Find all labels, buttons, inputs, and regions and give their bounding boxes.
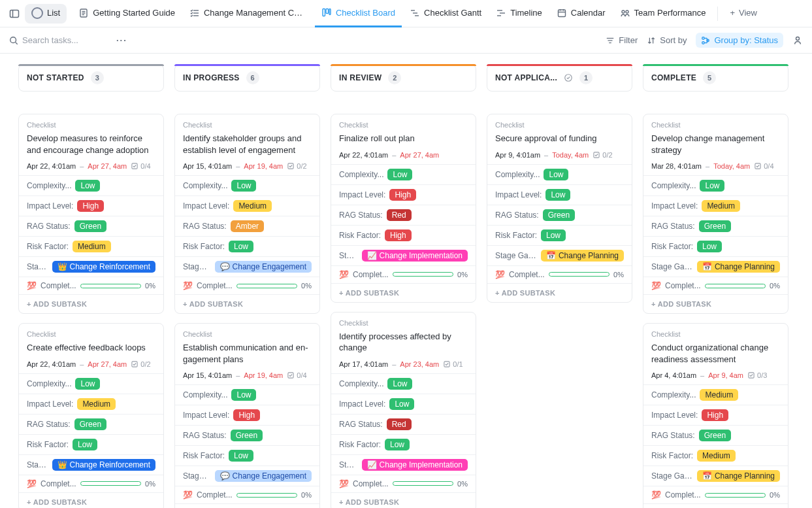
add-subtask-button[interactable]: + ADD SUBTASK xyxy=(175,503,319,508)
tab-team-performance[interactable]: Team Performance xyxy=(613,0,713,27)
card-title: Establish communication and en­gagement … xyxy=(183,342,312,365)
svg-point-30 xyxy=(702,41,705,44)
field-risk: Risk Factor:Low xyxy=(643,236,788,256)
column-header[interactable]: IN REVIEW2 xyxy=(331,64,476,92)
field-risk: Risk Factor:Medium xyxy=(643,445,788,466)
hundred-icon: 💯 xyxy=(651,281,661,290)
card-top: ChecklistDevelop change management strat… xyxy=(643,114,788,175)
pill-label: Low xyxy=(390,440,404,449)
tab-checklist-gantt[interactable]: Checklist Gantt xyxy=(403,0,488,27)
card-dates: Apr 22, 4:01am–Apr 27, 4am xyxy=(339,151,468,159)
pill-label: Change Planning xyxy=(715,471,775,481)
field-complexity: Complexity...Low xyxy=(175,175,319,195)
field-completion: 💯Complet...0% xyxy=(643,277,788,294)
svg-rect-11 xyxy=(329,9,331,15)
card[interactable]: ChecklistDevelop change management strat… xyxy=(643,114,788,314)
add-view-button[interactable]: + View xyxy=(723,0,764,27)
pill-label: Low xyxy=(80,181,95,190)
field-impact: Impact Level:Low xyxy=(487,184,632,205)
column-count: 5 xyxy=(703,71,716,84)
column-header[interactable]: NOT APPLICA...1 xyxy=(487,64,632,92)
card[interactable]: ChecklistSecure approval of fundingApr 9… xyxy=(487,114,632,303)
pill-high: High xyxy=(77,200,104,212)
progress-value: 0% xyxy=(770,491,780,499)
field-impact: Impact Level:Medium xyxy=(643,195,788,216)
progress-bar xyxy=(705,493,766,498)
tab-timeline[interactable]: Timeline xyxy=(489,0,549,27)
sort-button[interactable]: Sort by xyxy=(647,35,687,45)
search-input[interactable] xyxy=(22,35,107,45)
pill-low: Low xyxy=(231,180,256,192)
card[interactable]: ChecklistIdentify processes affected by … xyxy=(331,312,476,508)
column-header[interactable]: NOT STARTED3 xyxy=(18,64,164,92)
tab-change-management-checkl[interactable]: Change Management Checkl... xyxy=(183,0,314,27)
plus-icon: + xyxy=(730,8,735,18)
card[interactable]: ChecklistCreate effective feedback loops… xyxy=(18,323,164,508)
board-icon xyxy=(321,7,332,18)
column-count: 3 xyxy=(91,71,104,84)
field-impact: Impact Level:High xyxy=(643,405,788,425)
field-complexity: Complexity...Low xyxy=(331,164,476,184)
pill-green: Green xyxy=(699,220,731,232)
pill-label: Green xyxy=(80,420,101,429)
stage-emoji: 📈 xyxy=(367,251,377,260)
field-stage: Stage Gate:📈Change Implementation xyxy=(331,454,476,475)
field-label: Complexity... xyxy=(495,170,540,179)
card-dates: Apr 15, 4:01am–Apr 19, 4am0/4 xyxy=(183,371,312,379)
field-rag: RAG Status:Red xyxy=(331,414,476,434)
field-label: Impact Level: xyxy=(339,190,385,199)
add-subtask-button[interactable]: + ADD SUBTASK xyxy=(19,492,163,508)
add-subtask-button[interactable]: + ADD SUBTASK xyxy=(175,294,319,313)
card[interactable]: ChecklistIdentify stakeholder groups and… xyxy=(174,114,320,314)
card[interactable]: ChecklistEstablish communication and en­… xyxy=(174,323,320,508)
progress-value: 0% xyxy=(301,282,312,290)
card[interactable]: ChecklistFinalize roll out planApr 22, 4… xyxy=(331,114,476,303)
pill-label: Medium xyxy=(82,399,110,409)
field-complexity: Complexity...Low xyxy=(487,164,632,184)
svg-rect-9 xyxy=(323,9,325,16)
card-dates: Apr 15, 4:01am–Apr 19, 4am0/2 xyxy=(183,162,312,170)
filter-button[interactable]: Filter xyxy=(606,35,638,45)
card[interactable]: ChecklistDevelop measures to reinforce a… xyxy=(18,114,164,314)
add-subtask-button[interactable]: + ADD SUBTASK xyxy=(19,294,163,313)
pill-low: Low xyxy=(697,241,722,252)
hundred-icon: 💯 xyxy=(651,490,661,500)
field-label: Risk Factor: xyxy=(339,231,381,240)
end-date: Apr 19, 4am xyxy=(244,371,283,379)
column-body: ChecklistFinalize roll out planApr 22, 4… xyxy=(331,114,476,508)
field-label: RAG Status: xyxy=(27,420,71,429)
tab-list[interactable]: List xyxy=(25,4,67,24)
hundred-icon: 💯 xyxy=(339,479,349,488)
add-subtask-button[interactable]: + ADD SUBTASK xyxy=(643,503,788,508)
progress-value: 0% xyxy=(301,491,312,499)
card-category: Checklist xyxy=(27,121,155,129)
field-label: Impact Level: xyxy=(183,201,229,211)
tab-label: Timeline xyxy=(510,8,542,18)
add-subtask-button[interactable]: + ADD SUBTASK xyxy=(331,283,476,302)
field-label: Risk Factor: xyxy=(183,242,225,251)
add-subtask-button[interactable]: + ADD SUBTASK xyxy=(487,283,632,302)
sidebar-toggle[interactable] xyxy=(5,5,24,23)
field-rag: RAG Status:Red xyxy=(331,205,476,225)
group-by-button[interactable]: Group by: Status xyxy=(696,33,783,48)
svg-point-24 xyxy=(10,37,16,42)
add-subtask-button[interactable]: + ADD SUBTASK xyxy=(331,492,476,508)
field-label: RAG Status: xyxy=(495,211,539,220)
me-mode-button[interactable] xyxy=(792,35,803,46)
tab-checklist-board[interactable]: Checklist Board xyxy=(315,0,402,27)
pill-low: Low xyxy=(229,450,253,462)
tab-getting-started-guide[interactable]: Getting Started Guide xyxy=(72,0,182,27)
card[interactable]: ChecklistConduct organizational change r… xyxy=(643,323,788,508)
pill-label: Medium xyxy=(78,242,106,251)
pill-red: Red xyxy=(387,209,412,221)
column-header[interactable]: IN PROGRESS6 xyxy=(174,64,320,92)
tab-calendar[interactable]: Calendar xyxy=(550,0,612,27)
card-category: Checklist xyxy=(495,121,624,129)
add-subtask-button[interactable]: + ADD SUBTASK xyxy=(643,294,788,313)
pill-low: Low xyxy=(541,229,566,241)
pill-green: Green xyxy=(543,209,575,221)
more-menu[interactable]: ··· xyxy=(116,35,127,45)
column-header[interactable]: COMPLETE5 xyxy=(643,64,788,92)
stage-emoji: 💬 xyxy=(220,262,230,271)
field-stage: Stage Gate:📅Change Planning xyxy=(487,245,632,265)
